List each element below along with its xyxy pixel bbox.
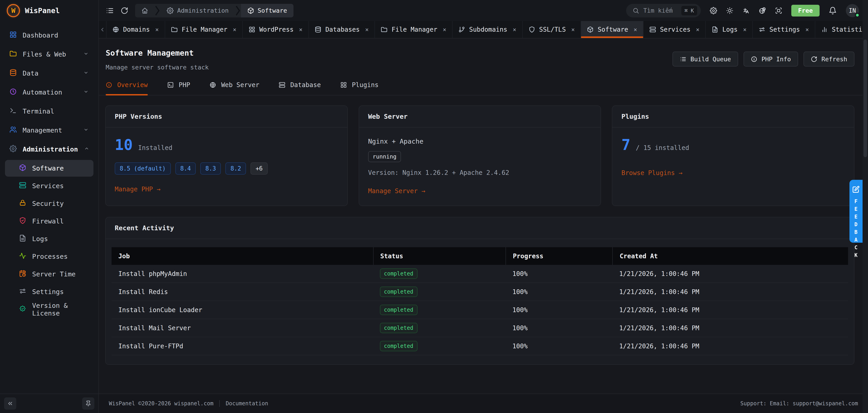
search-shortcut: ⌘ K [681,6,697,15]
sidebar-item-logs[interactable]: Logs [5,230,93,247]
search-input[interactable] [643,7,677,14]
user-avatar[interactable]: IN [846,4,859,17]
subtab-plugins[interactable]: Plugins [340,81,378,95]
table-row[interactable]: Install Pure-FTPd completed 100% 1/21/20… [112,337,848,355]
app-root: W WisPanel Dashboard Files & Web Data Au… [0,0,868,413]
php-version-badge[interactable]: 8.4 [175,162,196,174]
settings-button[interactable] [710,7,717,14]
free-plan-button[interactable]: Free [791,5,819,17]
page-scrollbar[interactable] [863,0,868,413]
tab-settings[interactable]: Settings× [753,21,815,38]
browse-plugins-link[interactable]: Browse Plugins → [621,169,682,177]
collapse-sidebar-button[interactable] [4,398,16,410]
timezone-button[interactable] [759,7,766,14]
sidebar-item-label: Management [23,126,62,134]
subtab-web-server[interactable]: Web Server [210,81,259,95]
close-tab-icon[interactable]: × [805,26,809,33]
tab-services[interactable]: Services× [644,21,706,38]
documentation-link[interactable]: Documentation [226,400,268,407]
tab-domains[interactable]: Domains× [106,21,165,38]
sidebar-item-automation[interactable]: Automation [5,84,93,101]
close-tab-icon[interactable]: × [443,26,446,33]
tab-databases[interactable]: Databases× [309,21,375,38]
pin-sidebar-button[interactable] [82,398,94,410]
breadcrumb-software[interactable]: Software [241,4,293,18]
close-tab-icon[interactable]: × [299,26,303,33]
php-version-badge[interactable]: 8.5 (default) [115,162,171,174]
close-tab-icon[interactable]: × [696,26,700,33]
sidebar-item-terminal[interactable]: Terminal [5,103,93,120]
home-icon [142,7,148,14]
table-row[interactable]: Install phpMyAdmin completed 100% 1/21/2… [112,265,848,283]
sidebar-item-security[interactable]: Security [5,195,93,212]
sidebar-item-settings[interactable]: Settings [5,283,93,300]
manage-server-link[interactable]: Manage Server → [368,187,425,195]
tab-software[interactable]: Software× [581,21,644,38]
php-version-badge[interactable]: 8.3 [200,162,221,174]
tab-statistics[interactable]: Statistics× [815,21,868,38]
brand[interactable]: W WisPanel [0,0,98,21]
sun-icon [726,7,733,14]
sidebar-item-data[interactable]: Data [5,65,93,82]
status-badge: completed [380,323,417,333]
close-tab-icon[interactable]: × [233,26,237,33]
close-tab-icon[interactable]: × [365,26,369,33]
tab-file-manager-2[interactable]: File Manager× [375,21,453,38]
table-row[interactable]: Install Redis completed 100% 1/21/2026, … [112,283,848,301]
tab-logs[interactable]: Logs× [706,21,753,38]
theme-toggle-button[interactable] [726,7,733,14]
sidebar-item-processes[interactable]: Processes [5,248,93,265]
chevron-left-icon [99,26,106,33]
manage-php-link[interactable]: Manage PHP → [115,186,160,193]
recent-activity-card: Recent Activity Job Status Progress Crea… [105,217,855,365]
global-search[interactable]: ⌘ K [626,4,701,18]
tab-file-manager[interactable]: File Manager× [165,21,243,38]
web-server-status-badge: running [368,151,401,162]
shield-check-icon [19,217,26,226]
sidebar-item-services[interactable]: Services [5,178,93,194]
notifications-button[interactable] [829,6,837,15]
card-title: Web Server [359,106,601,128]
breadcrumb-administration[interactable]: Administration [160,4,235,18]
php-info-button[interactable]: PHP Info [744,52,798,66]
php-more-versions-badge[interactable]: +6 [250,162,268,174]
sidebar-item-server-time[interactable]: Server Time [5,266,93,283]
fullscreen-button[interactable] [775,7,782,14]
table-row[interactable]: Install Mail Server completed 100% 1/21/… [112,319,848,337]
sidebar-item-software[interactable]: Software [5,160,93,177]
subtab-overview[interactable]: Overview [106,81,148,95]
tab-ssl-tls[interactable]: SSL/TLS× [523,21,581,38]
tab-wordpress[interactable]: WordPress× [243,21,309,38]
sidebar-toggle-button[interactable] [106,6,114,15]
php-version-badge[interactable]: 8.2 [225,162,246,174]
sidebar-item-label: Processes [32,253,68,260]
topbar: Administration Software ⌘ K [99,0,868,21]
refresh-button[interactable]: Refresh [804,52,855,66]
feedback-button[interactable]: FEEDBACK [849,180,863,243]
build-queue-button[interactable]: Build Queue [673,52,738,66]
subtab-database[interactable]: Database [279,81,321,95]
languages-icon [742,7,750,14]
subtab-php[interactable]: PHP [167,81,190,95]
sidebar-item-firewall[interactable]: Firewall [5,213,93,229]
sidebar-item-files-web[interactable]: Files & Web [5,46,93,63]
close-tab-icon[interactable]: × [571,26,575,33]
close-tab-icon[interactable]: × [633,26,637,33]
sidebar-item-version-license[interactable]: Version & License [5,301,93,318]
close-tab-icon[interactable]: × [743,26,747,33]
scrollbar-thumb[interactable] [864,39,867,157]
app-title: WisPanel [25,6,60,15]
globe-icon [113,26,119,33]
close-tab-icon[interactable]: × [513,26,516,33]
info-icon [751,56,757,62]
sidebar-item-management[interactable]: Management [5,122,93,139]
tabs-scroll-left-button[interactable] [99,21,106,38]
breadcrumb-home[interactable] [135,4,155,18]
tab-subdomains[interactable]: Subdomains× [453,21,523,38]
close-tab-icon[interactable]: × [155,26,159,33]
table-row[interactable]: Install ionCube Loader completed 100% 1/… [112,301,848,319]
sidebar-item-dashboard[interactable]: Dashboard [5,27,93,44]
sidebar-item-administration[interactable]: Administration [5,141,93,158]
language-button[interactable] [742,7,750,14]
reload-button[interactable] [121,7,128,14]
